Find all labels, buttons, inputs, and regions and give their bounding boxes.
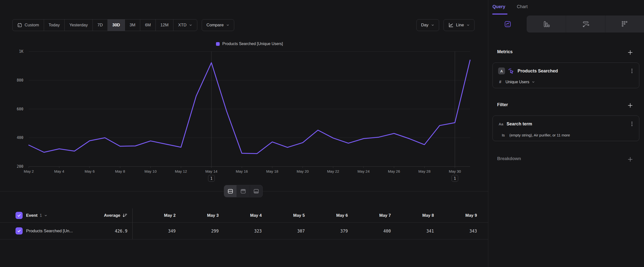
line-chart[interactable]: 2004006008001K11May 2May 4May 6May 8May … [0,0,488,187]
add-breakdown-button[interactable] [627,156,634,163]
table-only-button[interactable] [250,185,262,197]
svg-text:May 8: May 8 [115,169,125,173]
flows-icon [582,21,590,28]
cell-value: 400 [348,228,391,233]
series-label: Products Searched [Un... [26,228,73,233]
tab-insights[interactable] [488,16,527,33]
plus-icon [627,49,634,56]
event-column-header: Event [26,213,38,218]
cell-value: 341 [391,228,434,233]
sort-descending-icon [122,213,128,218]
tab-flows[interactable] [566,16,606,33]
svg-text:May 12: May 12 [175,169,187,173]
measure-selector[interactable]: Unique Users [506,80,535,84]
tab-retention[interactable] [606,16,644,33]
filter-property-name: Search term [506,121,532,127]
svg-text:May 4: May 4 [54,169,64,173]
table-header-row: Event 1 Average May 2May 3May 4May 5May … [0,208,488,223]
measure-type-icon: # [499,80,501,84]
svg-text:May 14: May 14 [206,169,218,173]
string-property-icon: Aa [498,122,503,126]
check-icon [17,213,21,217]
cell-value: 307 [262,228,305,233]
filter-operator[interactable]: Is [502,133,505,137]
cell-value: 323 [219,228,262,233]
svg-text:May 28: May 28 [418,169,430,173]
column-header[interactable]: May 6 [305,213,348,218]
chart-only-button[interactable] [237,185,250,197]
svg-text:600: 600 [17,107,23,111]
date-header-cells: May 2May 3May 4May 5May 6May 7May 8May 9 [132,213,477,218]
bottom-panel-icon [253,188,259,194]
series-average-value: 426.9 [115,228,128,233]
column-header[interactable]: May 4 [219,213,262,218]
date-value-cells: 349299323307379400341343 [132,228,477,233]
plus-icon [627,102,634,109]
insights-icon [504,21,512,28]
column-header[interactable]: May 9 [434,213,477,218]
check-icon [17,229,21,233]
active-tab-underline [492,14,508,15]
filter-value[interactable]: (empty string), Air purifier, or 11 more [510,133,570,137]
svg-text:1: 1 [454,176,456,181]
column-header[interactable]: May 3 [176,213,219,218]
cell-value: 343 [434,228,477,233]
retention-dots-icon [621,21,628,28]
svg-text:May 30: May 30 [449,169,461,173]
filter-card[interactable]: Aa Search term Is (empty string), Air pu… [492,116,639,141]
kebab-menu-icon[interactable] [630,68,634,74]
series-checkbox[interactable] [16,227,23,234]
tab-query[interactable]: Query [492,4,505,9]
column-header[interactable]: May 8 [391,213,434,218]
column-header[interactable]: May 2 [132,213,176,218]
average-column-header[interactable]: Average [104,213,128,218]
svg-text:May 2: May 2 [24,169,34,173]
metric-letter-badge: A [498,68,505,74]
svg-text:May 10: May 10 [144,169,156,173]
metrics-section-title: Metrics [497,49,513,55]
cell-value: 379 [305,228,348,233]
event-count: 1 [40,213,42,218]
panel-tabs: Query Chart [488,0,644,16]
cell-value: 299 [176,228,219,233]
column-header[interactable]: May 7 [348,213,391,218]
svg-text:May 26: May 26 [388,169,400,173]
svg-text:800: 800 [17,78,23,83]
main-area: CustomTodayYesterday7D30D3M6M12MXTD Comp… [0,0,488,267]
tab-chart[interactable]: Chart [517,4,528,9]
add-filter-button[interactable] [627,102,634,109]
plus-icon [627,156,634,163]
svg-text:May 6: May 6 [84,169,95,173]
kebab-menu-icon[interactable] [630,121,634,127]
svg-text:1K: 1K [19,49,23,54]
event-cursor-icon [508,68,514,74]
data-table: Event 1 Average May 2May 3May 4May 5May … [0,208,488,239]
tab-funnels[interactable] [527,16,566,33]
svg-text:May 20: May 20 [297,169,309,173]
svg-text:May 16: May 16 [236,169,248,173]
chevron-down-icon [532,80,535,84]
svg-text:1: 1 [210,176,213,181]
select-all-checkbox[interactable] [16,212,23,219]
funnel-bars-icon [543,21,550,28]
add-metric-button[interactable] [627,49,634,56]
cell-value: 349 [132,228,176,233]
svg-text:May 24: May 24 [358,169,370,173]
query-panel: Query Chart [488,0,644,267]
top-panel-icon [240,188,246,194]
metric-card[interactable]: A Products Searched # Unique Users [492,63,639,88]
filter-section-title: Filter [497,102,508,107]
split-view-button[interactable] [224,185,237,197]
view-layout-toggle [224,185,263,197]
svg-text:400: 400 [17,135,23,140]
split-view-icon [227,188,234,194]
series-cell: Products Searched [Un... 426.9 [0,223,132,239]
chevron-down-icon[interactable] [44,214,48,217]
table-row: Products Searched [Un... 426.9 349299323… [0,223,488,239]
metric-name: Products Searched [518,69,558,74]
svg-text:May 18: May 18 [266,169,278,173]
event-header-cell: Event 1 Average [0,208,132,222]
breakdown-section-title: Breakdown [497,156,521,161]
report-type-tabs [488,16,644,33]
column-header[interactable]: May 5 [262,213,305,218]
